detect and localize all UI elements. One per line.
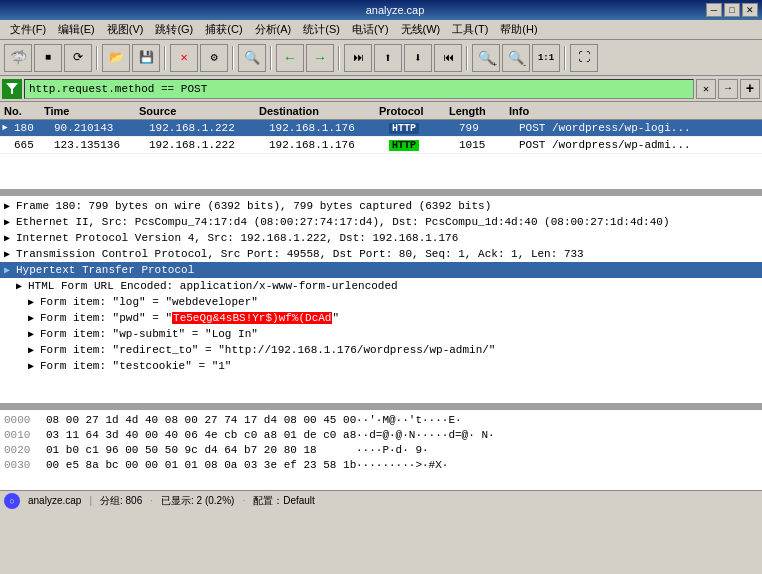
row-indicator: ►	[0, 123, 10, 133]
hex-row: 000008 00 27 1d 4d 40 08 00 27 74 17 d4 …	[0, 412, 762, 427]
hex-row: 002001 b0 c1 96 00 50 50 9c d4 64 b7 20 …	[0, 442, 762, 457]
settings-button[interactable]: ⚙	[200, 44, 228, 72]
jump-down-button[interactable]: ⬇	[404, 44, 432, 72]
save-button[interactable]: 💾	[132, 44, 160, 72]
toolbar-separator-5	[338, 46, 340, 70]
status-sep-1: |	[89, 495, 92, 506]
detail-row[interactable]: ▶ Frame 180: 799 bytes on wire (6392 bit…	[0, 198, 762, 214]
detail-text: Hypertext Transfer Protocol	[16, 264, 194, 276]
expand-arrow[interactable]: ▶	[4, 200, 16, 212]
expand-arrow[interactable]: ▶	[28, 312, 40, 324]
find-button[interactable]: 🔍	[238, 44, 266, 72]
titlebar-title: analyze.cap	[84, 4, 706, 16]
expand-arrow[interactable]: ▶	[28, 296, 40, 308]
packet-cell: 665	[10, 139, 50, 151]
toolbar-separator-1	[96, 46, 98, 70]
header-source: Source	[135, 105, 255, 117]
detail-text: Form item: "testcookie" = "1"	[40, 360, 231, 372]
detail-text: HTML Form URL Encoded: application/x-www…	[28, 280, 398, 292]
detail-text: Ethernet II, Src: PcsCompu_74:17:d4 (08:…	[16, 216, 670, 228]
header-time: Time	[40, 105, 135, 117]
menu-item-g[interactable]: 跳转(G)	[149, 21, 199, 38]
header-info: Info	[505, 105, 762, 117]
shark-icon-button[interactable]: 🦈	[4, 44, 32, 72]
close-file-button[interactable]: ✕	[170, 44, 198, 72]
menu-item-h[interactable]: 帮助(H)	[494, 21, 543, 38]
statusbar: ○ analyze.cap | 分组: 806 · 已显示: 2 (0.2%) …	[0, 490, 762, 510]
hex-bytes: 01 b0 c1 96 00 50 50 9c d4 64 b7 20 80 1…	[46, 444, 356, 456]
expand-arrow[interactable]: ▶	[4, 248, 16, 260]
packet-cell: 192.168.1.176	[265, 139, 385, 151]
maximize-button[interactable]: □	[724, 3, 740, 17]
expand-arrow[interactable]: ▶	[4, 264, 16, 276]
packet-list: No. Time Source Destination Protocol Len…	[0, 102, 762, 192]
open-button[interactable]: 📂	[102, 44, 130, 72]
minimize-button[interactable]: ─	[706, 3, 722, 17]
expand-arrow[interactable]: ▶	[16, 280, 28, 292]
menu-item-a[interactable]: 分析(A)	[249, 21, 298, 38]
menu-item-y[interactable]: 电话(Y)	[346, 21, 395, 38]
detail-row[interactable]: ▶ Form item: "pwd" = "Te5eQg&4sBS!Yr$)wf…	[0, 310, 762, 326]
zoom-reset-button[interactable]: 1:1	[532, 44, 560, 72]
detail-text: Transmission Control Protocol, Src Port:…	[16, 248, 584, 260]
close-button[interactable]: ✕	[742, 3, 758, 17]
back-button[interactable]: ←	[276, 44, 304, 72]
menu-item-t[interactable]: 工具(T)	[446, 21, 494, 38]
expand-arrow[interactable]: ▶	[4, 232, 16, 244]
detail-row[interactable]: ▶ Internet Protocol Version 4, Src: 192.…	[0, 230, 762, 246]
detail-row[interactable]: ▶ Form item: "testcookie" = "1"	[0, 358, 762, 374]
menu-item-f[interactable]: 文件(F)	[4, 21, 52, 38]
packet-cell: POST /wordpress/wp-admi...	[515, 139, 762, 151]
toolbar-separator-7	[564, 46, 566, 70]
expand-arrow[interactable]: ▶	[28, 360, 40, 372]
status-sep-2: ·	[150, 495, 153, 506]
header-length: Length	[445, 105, 505, 117]
toolbar-separator-6	[466, 46, 468, 70]
stop-button[interactable]: ■	[34, 44, 62, 72]
detail-row[interactable]: ▶ Form item: "redirect_to" = "http://192…	[0, 342, 762, 358]
resize-button[interactable]: ⛶	[570, 44, 598, 72]
menu-item-e[interactable]: 编辑(E)	[52, 21, 101, 38]
menu-item-c[interactable]: 捕获(C)	[199, 21, 248, 38]
titlebar: analyze.cap ─ □ ✕	[0, 0, 762, 20]
jump-first-button[interactable]: ⏭	[344, 44, 372, 72]
jump-up-button[interactable]: ⬆	[374, 44, 402, 72]
packet-cell: 90.210143	[50, 122, 145, 134]
detail-row[interactable]: ▶ Form item: "wp-submit" = "Log In"	[0, 326, 762, 342]
toolbar-separator-3	[232, 46, 234, 70]
detail-row[interactable]: ▶ HTML Form URL Encoded: application/x-w…	[0, 278, 762, 294]
expand-arrow[interactable]: ▶	[4, 216, 16, 228]
menu-item-v[interactable]: 视图(V)	[101, 21, 150, 38]
filter-apply-button[interactable]: →	[718, 79, 738, 99]
expand-arrow[interactable]: ▶	[28, 344, 40, 356]
filter-clear-button[interactable]: ✕	[696, 79, 716, 99]
filter-input[interactable]	[24, 79, 694, 99]
menubar: 文件(F)编辑(E)视图(V)跳转(G)捕获(C)分析(A)统计(S)电话(Y)…	[0, 20, 762, 40]
forward-button[interactable]: →	[306, 44, 334, 72]
menu-item-s[interactable]: 统计(S)	[297, 21, 346, 38]
detail-row[interactable]: ▶ Transmission Control Protocol, Src Por…	[0, 246, 762, 262]
packet-cell: HTTP	[385, 139, 455, 151]
packet-row[interactable]: ►18090.210143192.168.1.222192.168.1.176H…	[0, 120, 762, 137]
hex-row: 001003 11 64 3d 40 00 40 06 4e cb c0 a8 …	[0, 427, 762, 442]
hex-offset: 0000	[4, 414, 46, 426]
toolbar-separator-4	[270, 46, 272, 70]
hex-bytes: 03 11 64 3d 40 00 40 06 4e cb c0 a8 01 d…	[46, 429, 356, 441]
detail-row[interactable]: ▶ Form item: "log" = "webdeveloper"	[0, 294, 762, 310]
detail-row[interactable]: ▶ Hypertext Transfer Protocol	[0, 262, 762, 278]
header-protocol: Protocol	[375, 105, 445, 117]
status-packets: 分组: 806	[100, 494, 142, 508]
jump-last-button[interactable]: ⏮	[434, 44, 462, 72]
status-icon: ○	[4, 493, 20, 509]
zoom-out-button[interactable]: 🔍-	[502, 44, 530, 72]
expand-arrow[interactable]: ▶	[28, 328, 40, 340]
packet-row[interactable]: 665123.135136192.168.1.222192.168.1.176H…	[0, 137, 762, 154]
zoom-in-button[interactable]: 🔍+	[472, 44, 500, 72]
reload-button[interactable]: ⟳	[64, 44, 92, 72]
add-filter-button[interactable]: +	[740, 79, 760, 99]
toolbar: 🦈 ■ ⟳ 📂 💾 ✕ ⚙ 🔍 ← → ⏭ ⬆ ⬇ ⏮ 🔍+ 🔍- 1:1 ⛶	[0, 40, 762, 76]
detail-text: Form item: "wp-submit" = "Log In"	[40, 328, 258, 340]
menu-item-w[interactable]: 无线(W)	[395, 21, 447, 38]
detail-row[interactable]: ▶ Ethernet II, Src: PcsCompu_74:17:d4 (0…	[0, 214, 762, 230]
status-displayed: 已显示: 2 (0.2%)	[161, 494, 234, 508]
